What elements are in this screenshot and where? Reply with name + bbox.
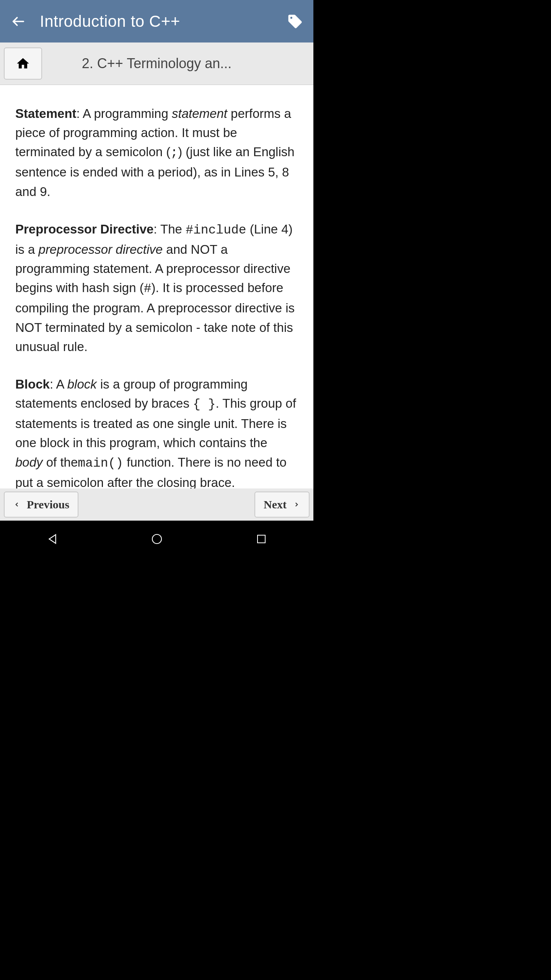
previous-button[interactable]: Previous [4,492,78,518]
content-area[interactable]: Statement: A programming statement perfo… [0,85,313,488]
term-block: Block [15,377,50,391]
app-bar: Introduction to C++ [0,0,313,42]
term-preprocessor: Preprocessor Directive [15,222,153,236]
page-title: Introduction to C++ [40,12,286,31]
page-nav-bar: Previous Next [0,488,313,521]
android-back-button[interactable] [41,528,64,550]
text: : A programming [77,106,172,121]
svg-rect-2 [258,535,265,543]
previous-label: Previous [27,498,69,511]
code: ; [170,146,178,160]
text: : A [50,377,67,391]
italic: statement [172,106,227,121]
chapter-title: 2. C++ Terminology an... [42,56,310,72]
android-nav-bar [0,521,313,557]
tag-icon[interactable] [286,12,304,31]
code: # [144,282,152,296]
code: #include [186,223,246,237]
italic: block [67,377,97,391]
code: { } [193,397,215,412]
home-button[interactable] [4,47,42,80]
svg-point-1 [152,534,161,544]
chapter-bar: 2. C++ Terminology an... [0,42,313,85]
chevron-right-icon [293,501,300,508]
chevron-left-icon [13,501,21,508]
paragraph-statement: Statement: A programming statement perfo… [15,104,298,201]
android-home-button[interactable] [145,528,168,550]
paragraph-block: Block: A block is a group of programming… [15,375,298,488]
text: : The [153,222,186,236]
home-icon [16,56,30,71]
code: main() [78,456,123,470]
term-statement: Statement [15,106,77,121]
next-button[interactable]: Next [254,492,310,518]
italic: body [15,455,43,469]
text: of the [43,455,78,469]
android-recents-button[interactable] [250,528,273,550]
paragraph-preprocessor: Preprocessor Directive: The #include (Li… [15,220,298,356]
next-label: Next [264,498,287,511]
italic: preprocessor directive [39,242,163,256]
back-icon[interactable] [9,12,28,31]
